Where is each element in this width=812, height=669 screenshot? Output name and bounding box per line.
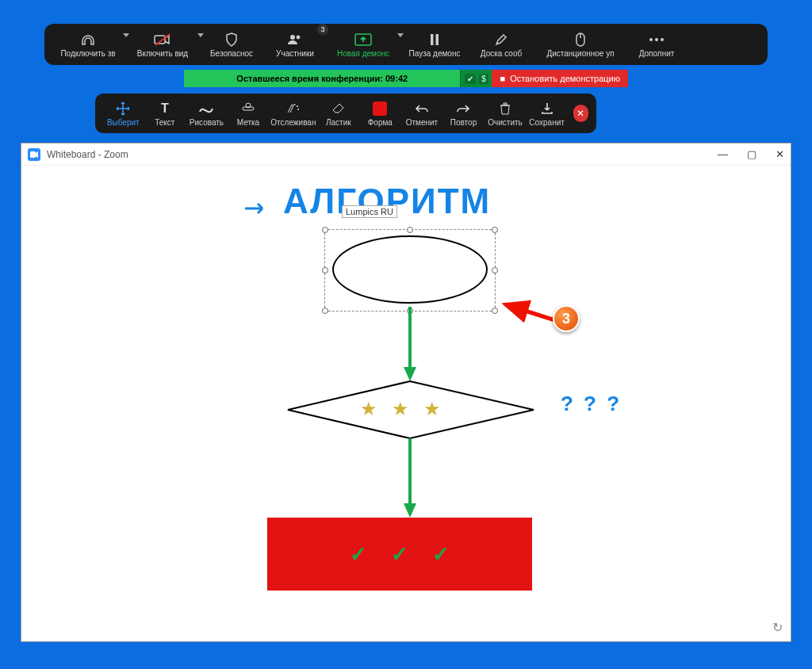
start-video-label: Включить вид — [137, 49, 188, 58]
svg-rect-5 — [431, 34, 434, 45]
move-icon — [116, 100, 130, 117]
whiteboard-canvas[interactable]: АЛГОРИТМ Lumpics RU — [21, 166, 791, 641]
svg-point-9 — [649, 38, 653, 41]
decision-stars: ★ ★ ★ — [360, 398, 441, 420]
svg-point-14 — [297, 105, 298, 107]
close-window-button[interactable]: ✕ — [776, 148, 784, 160]
pause-share-button[interactable]: Пауза демонс — [403, 24, 466, 65]
tool-redo-label: Повтор — [450, 118, 477, 127]
text-icon: T — [161, 100, 169, 117]
eraser-icon — [331, 100, 346, 117]
start-video-button[interactable]: Включить вид — [128, 24, 197, 65]
tool-undo-label: Отменит — [406, 118, 438, 127]
pause-icon — [429, 32, 440, 48]
svg-marker-18 — [404, 367, 416, 381]
question-marks: ? ? ? — [561, 392, 622, 416]
save-icon — [541, 100, 553, 117]
annotation-toolbar: Выберит T Текст Рисовать Метка Отслежива… — [95, 94, 596, 133]
format-icon — [373, 100, 387, 117]
close-icon: ✕ — [576, 108, 584, 119]
participants-icon — [287, 32, 303, 48]
new-share-button[interactable]: Новая демонс — [330, 24, 396, 65]
join-audio-button[interactable]: Подключить зв — [54, 24, 122, 65]
tool-stamp[interactable]: Метка — [228, 94, 269, 133]
status-badges: ✔$ — [460, 70, 492, 87]
headphones-icon — [80, 32, 96, 48]
svg-point-11 — [661, 38, 664, 41]
stop-icon: ■ — [500, 74, 505, 83]
callout-number: 3 — [562, 311, 570, 327]
time-remaining: Оставшееся время конференции: 09:42 — [184, 70, 460, 87]
svg-point-2 — [290, 35, 295, 40]
tool-save[interactable]: Сохранит — [527, 94, 567, 133]
annotate-label: Доска сооб — [481, 49, 522, 58]
stop-share-label: Остановить демонстрацию — [510, 74, 620, 83]
pause-share-label: Пауза демонс — [409, 49, 461, 58]
tool-stamp-label: Метка — [237, 118, 259, 127]
tool-draw[interactable]: Рисовать — [186, 94, 227, 133]
tool-draw-label: Рисовать — [190, 118, 224, 127]
more-label: Дополнит — [639, 49, 675, 58]
pencil-icon — [495, 32, 508, 48]
join-audio-label: Подключить зв — [60, 49, 115, 58]
maximize-button[interactable]: ▢ — [747, 148, 756, 160]
stop-share-button[interactable]: ■ Остановить демонстрацию — [492, 70, 628, 87]
mouse-icon — [575, 32, 586, 48]
tool-select[interactable]: Выберит — [103, 94, 144, 133]
tool-spotlight[interactable]: Отслеживан — [270, 94, 316, 133]
annotate-button[interactable]: Доска сооб — [473, 24, 530, 65]
undo-icon — [415, 100, 429, 117]
participants-label: Участники — [276, 49, 314, 58]
minimize-button[interactable]: — — [718, 148, 728, 160]
tool-text-label: Текст — [155, 118, 174, 127]
svg-rect-16 — [30, 151, 36, 158]
share-screen-icon — [354, 32, 372, 48]
flowchart-process-shape[interactable]: ✓ ✓ ✓ — [267, 518, 532, 591]
svg-rect-6 — [436, 34, 439, 45]
close-annotation-button[interactable]: ✕ — [573, 105, 588, 122]
tool-eraser-label: Ластик — [326, 118, 351, 127]
trash-icon — [500, 100, 511, 117]
star-icon: ★ — [360, 398, 377, 420]
more-button[interactable]: Дополнит — [631, 24, 682, 65]
tool-spotlight-label: Отслеживан — [270, 118, 316, 127]
draw-icon — [199, 100, 213, 117]
window-titlebar[interactable]: Whiteboard - Zoom — ▢ ✕ — [21, 143, 791, 166]
svg-line-23 — [505, 304, 557, 321]
participants-count: 3 — [317, 24, 328, 35]
check-icon: ✓ — [391, 542, 408, 567]
refresh-icon[interactable]: ↻ — [772, 620, 783, 635]
security-button[interactable]: Безопаснос — [203, 24, 260, 65]
tool-eraser[interactable]: Ластик — [319, 94, 359, 133]
zoom-app-icon — [28, 148, 40, 161]
tool-clear[interactable]: Очистить — [485, 94, 526, 133]
tool-format-label: Форма — [368, 118, 393, 127]
participants-button[interactable]: 3 Участники — [266, 24, 324, 65]
security-label: Безопаснос — [210, 49, 253, 58]
redo-icon — [456, 100, 470, 117]
spotlight-icon — [286, 100, 301, 117]
shield-badge-icon: ✔ — [465, 74, 476, 84]
star-icon: ★ — [423, 398, 441, 420]
dollar-badge-icon: $ — [479, 74, 488, 84]
tool-save-label: Сохранит — [529, 118, 564, 127]
tool-redo[interactable]: Повтор — [443, 94, 484, 133]
tool-select-label: Выберит — [107, 118, 140, 127]
star-icon: ★ — [392, 398, 409, 420]
tool-text[interactable]: T Текст — [145, 94, 186, 133]
remote-control-label: Дистанционное уп — [546, 49, 614, 58]
new-share-label: Новая демонс — [337, 49, 389, 58]
svg-point-10 — [655, 38, 658, 41]
more-icon — [649, 32, 665, 48]
whiteboard-window: Whiteboard - Zoom — ▢ ✕ АЛГОРИТМ Lumpics… — [21, 143, 791, 642]
svg-point-3 — [297, 35, 301, 39]
step-callout: 3 — [553, 305, 580, 332]
tool-format[interactable]: Форма — [360, 94, 400, 133]
meeting-toolbar: Подключить зв Включить вид Безопаснос 3 … — [44, 24, 768, 65]
tool-undo[interactable]: Отменит — [402, 94, 442, 133]
share-status-bar: Оставшееся время конференции: 09:42 ✔$ ■… — [184, 70, 628, 87]
remote-control-button[interactable]: Дистанционное уп — [536, 24, 625, 65]
camera-off-icon — [154, 32, 171, 48]
check-icon: ✓ — [432, 542, 450, 567]
svg-point-15 — [297, 109, 299, 110]
